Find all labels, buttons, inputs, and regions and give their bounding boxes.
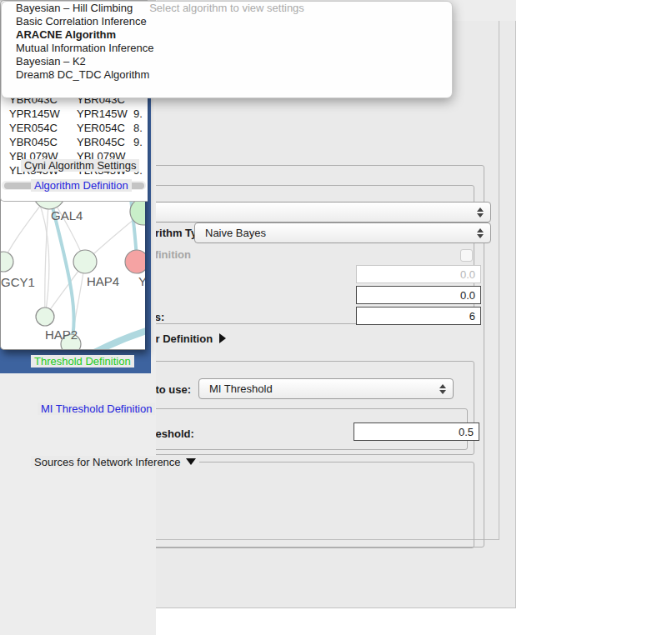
network-edge-thick [80, 326, 145, 349]
spinner-arrows-icon [477, 208, 483, 218]
network-node-label: GCY1 [1, 275, 35, 289]
kernel-width-field[interactable]: 0.0 [356, 265, 481, 283]
table-cell: YBR045C [68, 135, 131, 149]
table-row[interactable]: YER054CYER054C8. [3, 121, 148, 135]
kernel-width-value: 0.0 [460, 268, 475, 281]
spinner-arrows-icon [439, 384, 445, 394]
spinner-arrows-icon [477, 228, 483, 238]
mi-type-value: Naive Bayes [205, 227, 266, 239]
algorithm-option-bayesian-k2[interactable]: Bayesian – K2 [2, 55, 452, 68]
table-row[interactable]: YBR045CYBR045C9. [3, 135, 148, 149]
which-threshold-value: MI Threshold [209, 382, 273, 395]
screenshot-root: Control Panel ✕ NetworkStyleSelectCyni T… [0, 0, 672, 635]
algorithm-dropdown-list: Bayesian – Hill ClimbingBasic Correlatio… [2, 2, 452, 82]
node-hap4[interactable] [73, 250, 97, 273]
table-cell: YER054C [3, 121, 68, 135]
mi-threshold-value: 0.5 [459, 426, 474, 438]
mi-threshold-field[interactable]: 0.5 [354, 422, 479, 441]
algorithm-dropdown-popup: Select algorithm to view settings Bayesi… [1, 1, 453, 98]
table-cell: 8. [131, 121, 148, 135]
table-cell: YPR145W [3, 107, 68, 121]
dpi-tolerance-value: 0.0 [460, 289, 475, 302]
algorithm-option-basic-correlation-inference[interactable]: Basic Correlation Inference [2, 15, 452, 28]
expander-arrow-right-icon [219, 333, 226, 343]
network-node-label: HAP2 [45, 328, 78, 342]
mi-type-combobox[interactable]: Naive Bayes [194, 222, 491, 243]
table-cell: YPR145W [68, 107, 131, 121]
table-row[interactable]: YPR145WYPR145W9. [3, 107, 148, 121]
table-cell: 9. [131, 135, 148, 149]
mi-steps-value: 6 [469, 310, 475, 322]
which-threshold-combobox[interactable]: MI Threshold [198, 378, 454, 399]
algorithm-option-bayesian-hill-climbing[interactable]: Bayesian – Hill Climbing [2, 2, 452, 15]
network-node-label: Y [138, 274, 145, 288]
table-cell: 9. [131, 107, 148, 121]
node-left-green[interactable] [1, 252, 13, 272]
algorithm-definition-title: Algorithm Definition [31, 179, 132, 192]
mi-steps-field[interactable]: 6 [356, 307, 481, 325]
sources-title: Sources for Network Inference [34, 456, 181, 468]
threshold-definition-title: Threshold Definition [31, 355, 134, 368]
algorithm-option-aracne-algorithm[interactable]: ARACNE Algorithm [2, 28, 452, 42]
expander-arrow-down-icon [186, 458, 196, 465]
table-cell: YER054C [68, 121, 131, 135]
network-node-label: GAL4 [51, 208, 83, 222]
mi-threshold-definition-title: MI Threshold Definition [38, 402, 155, 415]
network-node-label: HAP4 [87, 274, 119, 288]
algorithm-option-dream8-dc-tdc-algorithm[interactable]: Dream8 DC_TDC Algorithm [2, 68, 452, 82]
sources-expander[interactable]: Sources for Network Inference [31, 456, 199, 468]
node-salmon[interactable] [125, 250, 145, 273]
node-hap2[interactable] [36, 308, 54, 326]
table-cell: YBR045C [3, 135, 68, 149]
cyni-algorithm-settings-title: Cyni Algorithm Settings [21, 159, 139, 172]
dpi-tolerance-field[interactable]: 0.0 [356, 286, 481, 304]
manual-kernel-checkbox[interactable] [460, 249, 473, 262]
algorithm-option-mutual-information-inference[interactable]: Mutual Information Inference [2, 42, 452, 55]
